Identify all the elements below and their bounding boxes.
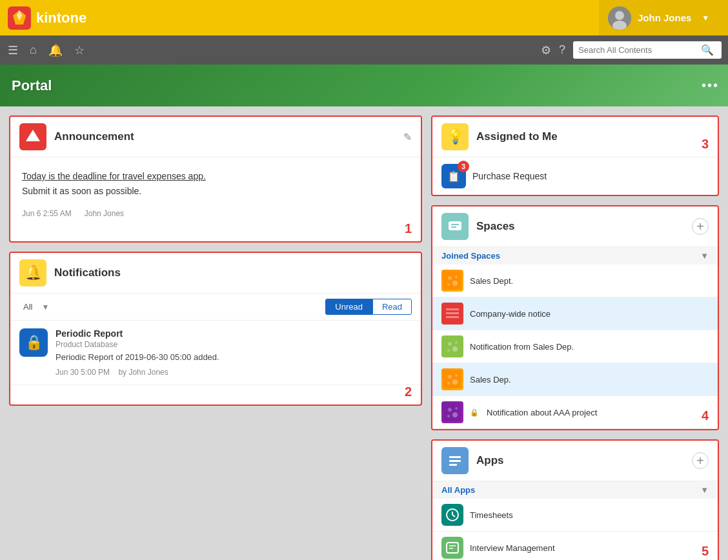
star-icon[interactable]: ☆ <box>74 43 85 57</box>
main-content: Announcement ✎ Today is the deadline for… <box>0 106 728 560</box>
app-item-timesheets[interactable]: Timesheets <box>432 499 718 532</box>
bulb-icon: 💡 <box>447 128 464 145</box>
apps-add-button[interactable]: + <box>692 452 709 469</box>
svg-rect-36 <box>449 464 457 466</box>
announcement-title: Announcement <box>54 130 134 143</box>
announcement-header: Announcement ✎ <box>10 117 421 157</box>
space-sales-label: Sales Dept. <box>470 276 513 286</box>
left-column: Announcement ✎ Today is the deadline for… <box>9 115 422 560</box>
space-lock-icon: 🔒 <box>470 408 479 417</box>
svg-point-31 <box>455 407 458 410</box>
assigned-widget: 💡 Assigned to Me 3 📋 3 Purchase Request <box>431 115 719 196</box>
announcement-corner-num: 1 <box>405 221 412 236</box>
svg-point-32 <box>447 415 450 417</box>
announcement-edit-icon[interactable]: ✎ <box>403 131 412 143</box>
notification-item[interactable]: 🔒 Periodic Report Product Database Perio… <box>10 321 421 385</box>
svg-line-39 <box>452 515 455 517</box>
announcement-meta: Jun 6 2:55 AM John Jones <box>22 209 409 218</box>
space-item-sales2[interactable]: Sales Dep. <box>432 363 718 396</box>
filter-chevron-icon[interactable]: ▼ <box>41 303 49 312</box>
svg-point-14 <box>452 281 458 286</box>
svg-rect-18 <box>446 308 459 310</box>
spaces-icon-box <box>441 213 469 240</box>
space-item-notif[interactable]: Notification from Sales Dep. <box>432 330 718 363</box>
notifications-body: 🔒 Periodic Report Product Database Perio… <box>10 321 421 405</box>
interview-icon <box>441 537 463 559</box>
svg-point-25 <box>448 375 452 379</box>
spaces-subheader-label: Joined Spaces <box>441 251 700 261</box>
nav-right: ⚙ ? 🔍 <box>534 35 728 65</box>
space-item-company[interactable]: Company-wide notice <box>432 297 718 330</box>
notif-content: Periodic Report Product Database Periodi… <box>56 328 412 376</box>
announcement-line1: Today is the deadline for travel expense… <box>22 169 409 183</box>
home-icon[interactable]: ⌂ <box>30 43 37 57</box>
top-bar: kintone John Jones ▼ <box>0 0 728 35</box>
spaces-subheader[interactable]: Joined Spaces ▼ <box>432 247 718 265</box>
announcement-author: John Jones <box>85 209 124 218</box>
spaces-header: Spaces + <box>432 206 718 247</box>
search-input[interactable] <box>578 45 701 55</box>
space-item-sales[interactable]: Sales Dept. <box>432 265 718 297</box>
nav-bar: ☰ ⌂ 🔔 ☆ ⚙ ? 🔍 <box>0 35 728 65</box>
bell-icon[interactable]: 🔔 <box>48 43 63 57</box>
svg-rect-7 <box>449 221 461 230</box>
svg-point-33 <box>452 412 458 417</box>
spaces-corner-num: 4 <box>702 408 709 423</box>
space-sales-img <box>443 272 461 290</box>
assigned-app-icon: 📋 3 <box>441 164 466 188</box>
announcement-body: Today is the deadline for travel expense… <box>10 157 421 241</box>
filter-all-label[interactable]: All <box>19 300 36 314</box>
portal-more-button[interactable]: ••• <box>702 78 719 93</box>
bell-large-icon: 🔔 <box>25 265 42 281</box>
space-notif-img <box>443 337 461 355</box>
notif-title: Periodic Report <box>56 328 412 339</box>
right-column: 💡 Assigned to Me 3 📋 3 Purchase Request <box>431 115 719 560</box>
notif-app-icon: 🔒 <box>19 328 48 357</box>
app-interview-label: Interview Management <box>470 543 555 553</box>
user-avatar <box>608 6 631 30</box>
svg-marker-6 <box>26 130 40 141</box>
apps-subheader[interactable]: All Apps ▼ <box>432 481 718 499</box>
space-item-aaa[interactable]: 🔒 Notification about AAA project 4 <box>432 396 718 429</box>
notifications-filter-bar: All ▼ Unread Read <box>10 294 421 321</box>
gear-icon[interactable]: ⚙ <box>541 43 551 57</box>
notifications-icon-box: 🔔 <box>19 259 46 286</box>
user-area[interactable]: John Jones ▼ <box>599 0 728 35</box>
notif-by: by John Jones <box>118 368 168 377</box>
kintone-logo-icon <box>8 6 31 30</box>
notifications-widget: 🔔 Notifications All ▼ Unread Read 🔒 <box>9 252 422 406</box>
svg-point-27 <box>447 382 450 385</box>
filter-read-button[interactable]: Read <box>372 299 412 315</box>
apps-list-icon <box>447 453 463 468</box>
assigned-title: Assigned to Me <box>476 130 558 143</box>
spaces-subheader-chevron-icon: ▼ <box>700 251 709 261</box>
user-chevron-icon[interactable]: ▼ <box>702 14 709 23</box>
space-notif-icon <box>441 335 463 357</box>
apps-title: Apps <box>476 454 504 467</box>
assigned-item[interactable]: 📋 3 Purchase Request <box>432 157 718 195</box>
filter-unread-button[interactable]: Unread <box>325 299 372 315</box>
apps-widget: Apps + All Apps ▼ Timesheets <box>431 439 719 560</box>
help-icon[interactable]: ? <box>559 43 565 57</box>
apps-header: Apps + <box>432 441 718 481</box>
svg-rect-34 <box>449 456 461 458</box>
space-aaa-img <box>443 403 461 421</box>
announcement-date: Jun 6 2:55 AM <box>22 209 72 218</box>
search-button[interactable]: 🔍 <box>701 44 714 56</box>
apps-subheader-chevron-icon: ▼ <box>700 485 709 495</box>
space-aaa-label: Notification about AAA project <box>487 408 597 417</box>
app-item-interview[interactable]: Interview Management 5 <box>432 532 718 560</box>
logo-area: kintone <box>8 6 86 30</box>
announcement-line2: Submit it as soon as possible. <box>22 186 409 196</box>
apps-icon-box <box>441 447 469 474</box>
purchase-app-icon: 📋 <box>447 170 460 183</box>
spaces-add-button[interactable]: + <box>692 218 709 235</box>
spaces-widget: Spaces + Joined Spaces ▼ Sa <box>431 205 719 430</box>
spaces-chat-icon <box>447 219 463 234</box>
announcement-widget: Announcement ✎ Today is the deadline for… <box>9 115 422 243</box>
svg-point-13 <box>447 283 450 286</box>
lock-app-icon: 🔒 <box>25 334 43 351</box>
notifications-title: Notifications <box>54 266 121 279</box>
menu-icon[interactable]: ☰ <box>8 43 18 57</box>
user-name: John Jones <box>638 12 691 23</box>
